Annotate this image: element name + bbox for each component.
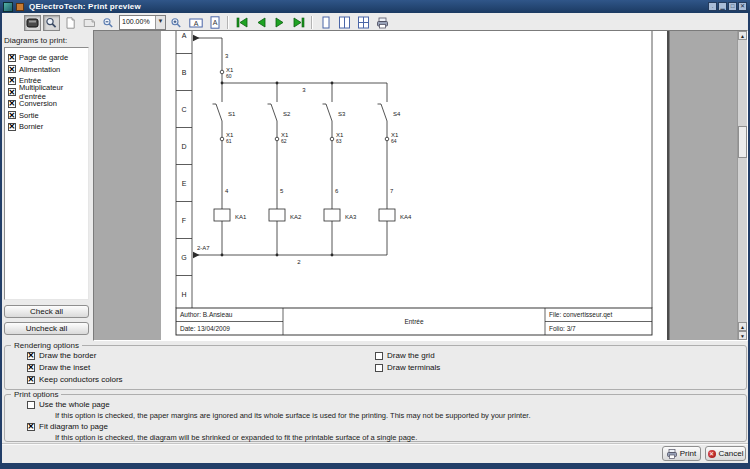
zoom-in-icon: [170, 17, 183, 29]
svg-text:KA3: KA3: [345, 214, 357, 220]
print-preview-viewport[interactable]: A B C D E F G H: [93, 30, 748, 341]
previous-page-icon: [255, 17, 267, 28]
use-whole-page-option[interactable]: Use the whole page: [27, 400, 110, 409]
list-item-label: Alimentation: [19, 65, 60, 74]
checkbox[interactable]: [8, 111, 16, 119]
terminal-icon: [275, 137, 279, 141]
overview-view-button[interactable]: [355, 15, 372, 31]
checkbox[interactable]: [375, 364, 383, 372]
uncheck-all-button[interactable]: Uncheck all: [4, 322, 89, 335]
diagrams-panel: Diagrams to print: Page de garde Aliment…: [4, 36, 89, 335]
check-all-button[interactable]: Check all: [4, 305, 89, 318]
fit-width-button[interactable]: [24, 15, 41, 31]
next-page-button[interactable]: [271, 15, 288, 31]
svg-text:61: 61: [226, 138, 232, 144]
preview-vertical-scrollbar[interactable]: ▲ ▲ ▼: [737, 31, 747, 340]
last-page-icon: [292, 17, 306, 28]
svg-text:H: H: [181, 291, 186, 298]
zoom-in-button[interactable]: [168, 15, 185, 31]
window-title-bar[interactable]: QElectroTech: Print preview . ▁ □ ✕: [0, 0, 750, 13]
print-options-group: Print options Use the whole page If this…: [4, 394, 747, 442]
checkbox[interactable]: [27, 423, 35, 431]
draw-inset-option[interactable]: Draw the inset: [27, 363, 90, 372]
facing-pages-view-button[interactable]: [336, 15, 353, 31]
checkbox[interactable]: [8, 65, 16, 73]
svg-text:A: A: [212, 19, 217, 26]
checkbox[interactable]: [27, 376, 35, 384]
page-setup-button[interactable]: [374, 15, 391, 31]
first-page-button[interactable]: [233, 15, 250, 31]
checkbox[interactable]: [8, 123, 16, 131]
terminal-icon: [220, 137, 224, 141]
svg-text:62: 62: [281, 138, 287, 144]
draw-border-option[interactable]: Draw the border: [27, 351, 96, 360]
single-page-view-button[interactable]: [317, 15, 334, 31]
window-menu-icon[interactable]: [16, 3, 24, 11]
fit-page-button[interactable]: [43, 15, 60, 31]
svg-text:F: F: [182, 217, 186, 224]
checkbox[interactable]: [27, 364, 35, 372]
list-item-label: Sortie: [19, 111, 39, 120]
checkbox[interactable]: [8, 54, 16, 62]
svg-text:KA4: KA4: [400, 214, 412, 220]
svg-text:S3: S3: [338, 111, 346, 117]
previous-page-button[interactable]: [252, 15, 269, 31]
print-preview-dialog: { "window": { "title": "QElectroTech: Pr…: [0, 0, 750, 469]
checkbox[interactable]: [27, 352, 35, 360]
list-item-label: Conversion: [19, 99, 57, 108]
window-shade-button[interactable]: .: [708, 2, 717, 11]
keep-conductors-colors-option[interactable]: Keep conductors colors: [27, 375, 123, 384]
toolbar-separator: [227, 16, 229, 29]
checkbox[interactable]: [8, 100, 16, 108]
zoom-level-combo[interactable]: 100.00% ▼: [119, 15, 166, 30]
scroll-up-button[interactable]: ▲: [738, 31, 747, 40]
last-page-button[interactable]: [290, 15, 307, 31]
page-portrait-icon: [64, 17, 77, 29]
svg-text:64: 64: [391, 138, 397, 144]
scrollbar-thumb[interactable]: [738, 126, 747, 158]
fit-diagram-option[interactable]: Fit diagram to page: [27, 422, 108, 431]
cancel-button[interactable]: ✕ Cancel: [705, 446, 746, 461]
orientation-landscape-button[interactable]: A: [187, 15, 204, 31]
print-preview-toolbar: 100.00% ▼ A A: [2, 14, 748, 31]
orientation-portrait-button[interactable]: A: [206, 15, 223, 31]
window-maximize-button[interactable]: □: [728, 2, 737, 11]
next-page-icon: [274, 17, 286, 28]
svg-text:D: D: [181, 143, 186, 150]
scroll-down-button[interactable]: ▼: [738, 331, 747, 340]
portrait-button[interactable]: [62, 15, 79, 31]
page-landscape-icon: [83, 17, 96, 29]
window-close-button[interactable]: ✕: [738, 2, 747, 11]
titleblock-title: Entrée: [404, 318, 424, 325]
scroll-up-button[interactable]: ▲: [738, 322, 747, 331]
print-button[interactable]: Print: [662, 446, 701, 461]
printer-icon: [667, 449, 677, 459]
checkbox[interactable]: [27, 401, 35, 409]
svg-text:S4: S4: [393, 111, 401, 117]
checkbox[interactable]: [375, 352, 383, 360]
window-border: [0, 0, 2, 469]
fit-page-icon: [45, 17, 58, 29]
list-item-label: Page de garde: [19, 53, 68, 62]
paper-sheet: [161, 31, 667, 340]
diagram-list[interactable]: Page de garde Alimentation Entrée Multip…: [4, 47, 89, 300]
window-minimize-button[interactable]: ▁: [718, 2, 727, 11]
checkbox[interactable]: [8, 77, 16, 85]
diagrams-to-print-label: Diagrams to print:: [4, 36, 89, 45]
rendering-options-legend: Rendering options: [11, 341, 82, 350]
chevron-down-icon[interactable]: ▼: [155, 16, 165, 29]
draw-terminals-option[interactable]: Draw terminals: [375, 363, 440, 372]
zoom-out-button[interactable]: [100, 15, 117, 31]
svg-text:B: B: [182, 69, 187, 76]
svg-text:G: G: [181, 254, 186, 261]
landscape-button[interactable]: [81, 15, 98, 31]
preview-page: A B C D E F G H: [94, 31, 747, 340]
list-item[interactable]: Sortie: [8, 110, 85, 122]
list-item[interactable]: Alimentation: [8, 64, 85, 76]
checkbox[interactable]: [8, 88, 16, 96]
window-border: [0, 463, 750, 469]
list-item[interactable]: Page de garde: [8, 52, 85, 64]
list-item[interactable]: Multiplicateur d'entrée: [8, 87, 85, 99]
list-item[interactable]: Bornier: [8, 121, 85, 133]
draw-grid-option[interactable]: Draw the grid: [375, 351, 435, 360]
